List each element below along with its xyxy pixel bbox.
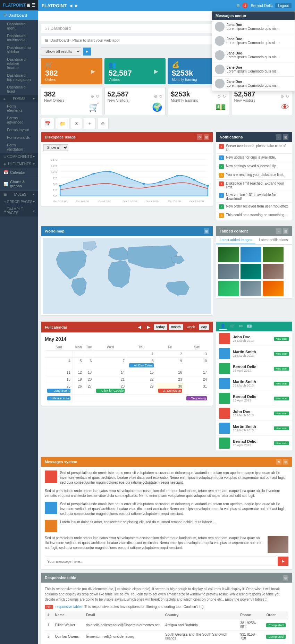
sidebar-item-dashboard[interactable]: ⊞ Dashboard (0, 10, 38, 20)
message-send-button[interactable]: ➤ (278, 557, 288, 566)
big-stat-visitors-settings-icon[interactable]: ⚙ (154, 94, 158, 99)
sidebar-sub-nosidebar[interactable]: Dashboard no sidebar (0, 44, 38, 56)
cal-cell[interactable]: 22 (127, 376, 156, 383)
diskspace-filter-select[interactable]: Show all (43, 144, 68, 151)
cal-cell[interactable]: 10 (184, 358, 209, 369)
calendar-day-button[interactable]: day (199, 324, 209, 330)
search-select[interactable]: Show all results (41, 47, 81, 56)
topbar-nav-forward[interactable]: ▶ (75, 3, 78, 8)
visitors-arrow[interactable]: ▶ (151, 61, 161, 82)
cal-cell[interactable]: 4 (45, 358, 73, 369)
sidebar-sub-form-wizards[interactable]: Form wizards (0, 134, 38, 141)
cal-cell[interactable]: 31 (184, 383, 209, 395)
toolbar-share-button[interactable]: ⊕ (97, 118, 109, 129)
col-order[interactable]: Order (263, 611, 288, 619)
topbar-grid-icon[interactable]: ⊞ (236, 3, 239, 8)
cal-cell[interactable]: 1 (127, 351, 156, 358)
user-tab-person[interactable]: 👤 (219, 323, 227, 330)
image-thumb-4[interactable] (218, 264, 239, 279)
sidebar-sub-forms-advanced[interactable]: Forms advanced (0, 114, 38, 126)
tab-notifications[interactable]: Latest notifications (255, 236, 291, 244)
image-thumb-6[interactable] (263, 264, 284, 279)
dropdown-msg-item-1[interactable]: Jane Doe Lorem ipsum Commodo quis nis... (212, 20, 295, 34)
cal-cell[interactable]: We are acne (45, 395, 73, 402)
cal-cell[interactable] (94, 351, 127, 358)
user-tab-envelope[interactable]: ✉ (238, 323, 244, 330)
cal-cell[interactable] (45, 351, 73, 358)
notifications-minimize-button[interactable]: − (276, 134, 281, 140)
sidebar-item-calendar[interactable]: 📅 Calendar (0, 168, 38, 177)
message-input-field[interactable] (45, 557, 276, 566)
cal-cell[interactable]: 27 (84, 383, 94, 395)
dropdown-msg-item-2[interactable]: Jane Doe Lorem ipsum Commodo quis nis... (212, 34, 295, 48)
cal-cell[interactable]: 18 (45, 376, 73, 383)
cal-cell[interactable]: 28Click for Google (94, 383, 127, 395)
big-stat-monthly-settings-icon[interactable]: ⚙ (217, 94, 221, 99)
cal-cell[interactable]: 21 (94, 376, 127, 383)
diskspace-expand-button[interactable]: ⊞ (204, 134, 209, 140)
cal-cell[interactable]: 24 (184, 376, 209, 383)
dropdown-msg-item-3[interactable]: Jane Doe Lorem ipsum Commodo quis nis... (212, 48, 295, 62)
tabbed-expand-button[interactable]: ⊞ (283, 228, 288, 234)
col-phone[interactable]: Phone (237, 611, 263, 619)
toolbar-plus-button[interactable]: ＋ (84, 118, 96, 129)
cal-cell[interactable]: 6 (84, 358, 94, 369)
diskspace-refresh-button[interactable]: ↻ (197, 134, 202, 140)
cal-cell[interactable]: 8All Day Event (127, 358, 156, 369)
big-stat-orders-refresh-icon[interactable]: ↻ (96, 94, 99, 99)
cal-cell[interactable]: 20 (84, 376, 94, 383)
cal-cell[interactable]: 26 (73, 383, 84, 395)
cal-cell[interactable]: 3 (184, 351, 209, 358)
sidebar-sub-form-validation[interactable]: Form validation (0, 141, 38, 153)
notifications-expand-button[interactable]: ⊞ (283, 134, 288, 140)
topbar-logout-button[interactable]: Logout (275, 3, 292, 8)
tab-images[interactable]: Latest added Images (216, 236, 255, 244)
image-thumb-1[interactable] (218, 247, 239, 262)
cal-cell[interactable]: 11 (45, 369, 73, 376)
cal-cell[interactable]: 17 (184, 369, 209, 376)
cal-cell[interactable]: 15 (127, 369, 156, 376)
cal-cell[interactable]: 12 (73, 369, 84, 376)
dropdown-msg-item-4[interactable]: Jane Doe Lorem ipsum Commodo quis nis... (212, 62, 295, 77)
cal-cell[interactable]: 2 (156, 351, 184, 358)
calendar-week-button[interactable]: week (185, 324, 197, 330)
cal-cell[interactable]: Reopening (184, 395, 209, 402)
image-thumb-7[interactable] (218, 281, 239, 296)
sidebar-item-charts[interactable]: 📊 Charts & graphs (0, 177, 38, 191)
tabbed-minimize-button[interactable]: − (276, 228, 281, 234)
sidebar-grid-icon[interactable]: ⊞ (27, 3, 30, 8)
big-stat-nv-refresh-icon[interactable]: ↻ (286, 94, 289, 99)
col-email[interactable]: Email (83, 611, 162, 619)
image-thumb-2[interactable] (241, 247, 261, 262)
cal-cell[interactable]: 29 (127, 383, 156, 395)
sidebar-sub-menu[interactable]: Dashboard menu (0, 20, 38, 32)
toolbar-folder-button[interactable]: 📁 (56, 118, 69, 129)
sidebar-sub-fixed[interactable]: Dashboard fixed (0, 83, 38, 95)
sidebar-sub-forms-layout[interactable]: Forms layout (0, 126, 38, 134)
cal-cell[interactable]: 7 (94, 358, 127, 369)
image-thumb-5[interactable] (241, 264, 261, 279)
topbar-notifications-badge[interactable]: 2 (242, 3, 248, 8)
calendar-prev-button[interactable]: ◀ (136, 324, 143, 330)
responsive-table-expand-button[interactable]: ⊞ (283, 575, 288, 581)
cal-cell[interactable]: 9 (156, 358, 184, 369)
sidebar-sub-topnav[interactable]: Dashboard top navigation (0, 71, 38, 83)
search-dropdown-button[interactable]: ▾ (83, 48, 91, 56)
cal-cell[interactable]: 25Long Event (45, 383, 73, 395)
sidebar-sub-form-elements[interactable]: Form elements (0, 102, 38, 114)
user-tab-mail[interactable]: 📧 (245, 323, 253, 330)
big-stat-nv-settings-icon[interactable]: ⚙ (280, 94, 284, 99)
col-country[interactable]: Country (162, 611, 237, 619)
calendar-month-button[interactable]: month (169, 324, 183, 330)
cal-cell-today[interactable]: 30Jr. Domeslap (156, 383, 184, 395)
col-name[interactable]: Name (52, 611, 83, 619)
cal-cell[interactable]: 19 (73, 376, 84, 383)
calendar-today-button[interactable]: today (154, 324, 167, 330)
breadcrumb-home-link[interactable]: ⌂ (44, 26, 47, 31)
messages-refresh-button[interactable]: ↻ (276, 459, 281, 465)
cal-cell[interactable]: 16 (156, 369, 184, 376)
toolbar-envelope-button[interactable]: ✉ (71, 118, 82, 129)
dropdown-msg-item-5[interactable]: Jane Doe Lorem ipsum Commodo quis nis... (212, 77, 295, 91)
toolbar-calendar-button[interactable]: 📅 (41, 118, 54, 129)
responsive-tables-link[interactable]: responsive tables. (56, 605, 84, 609)
